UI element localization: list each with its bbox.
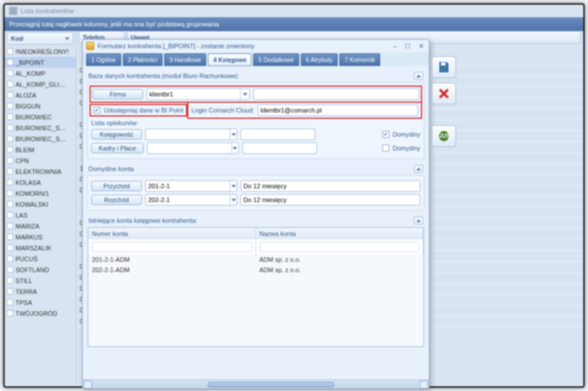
collapse-toggle-icon[interactable] bbox=[414, 216, 423, 224]
table-row[interactable]: KOWALSKI bbox=[5, 199, 76, 210]
firma-combo[interactable] bbox=[146, 88, 250, 100]
row-checkbox[interactable] bbox=[7, 201, 13, 207]
grid-filter-numer[interactable] bbox=[92, 242, 252, 252]
firma-button[interactable]: Firma bbox=[92, 89, 143, 99]
cancel-button[interactable] bbox=[432, 83, 456, 104]
table-row[interactable]: !NIEOKREŚLONY! bbox=[5, 46, 76, 57]
kadry-input[interactable] bbox=[148, 143, 231, 153]
close-button[interactable]: ✕ bbox=[417, 42, 425, 50]
row-checkbox[interactable] bbox=[7, 103, 13, 109]
tab-4-księgowe[interactable]: 4 Księgowe bbox=[208, 53, 252, 66]
rozchod-desc[interactable] bbox=[241, 194, 420, 206]
tab-7-komornik[interactable]: 7 Komornik bbox=[339, 53, 380, 66]
table-row[interactable]: KOMORN/1 bbox=[5, 188, 76, 199]
firma-extra-input[interactable] bbox=[253, 88, 419, 100]
scroll-thumb[interactable] bbox=[208, 382, 334, 388]
rozchod-button[interactable]: Rozchód bbox=[91, 195, 142, 205]
kadry-extra-input[interactable] bbox=[242, 142, 317, 154]
firma-input[interactable] bbox=[147, 89, 240, 99]
table-row[interactable]: MARKUS bbox=[5, 231, 76, 242]
row-checkbox[interactable] bbox=[7, 310, 13, 316]
bipoint-checkbox[interactable] bbox=[94, 107, 100, 114]
horizontal-scrollbar[interactable] bbox=[83, 380, 429, 389]
ksiegowosc-button[interactable]: Księgowość bbox=[91, 129, 142, 140]
table-row[interactable]: PUCUŚ bbox=[5, 253, 76, 264]
grid-col-numer[interactable]: Numer konta bbox=[88, 228, 256, 239]
grid-filter-nazwa[interactable] bbox=[260, 242, 420, 252]
table-row[interactable]: KOLASA bbox=[5, 177, 76, 188]
table-row[interactable]: TWÓJOGRÓD bbox=[5, 308, 76, 319]
row-checkbox[interactable] bbox=[7, 190, 13, 196]
row-checkbox[interactable] bbox=[7, 146, 13, 153]
row-checkbox[interactable] bbox=[7, 277, 13, 284]
row-checkbox[interactable] bbox=[7, 168, 13, 175]
domyslny1-checkbox[interactable] bbox=[382, 131, 389, 138]
collapse-toggle-icon[interactable] bbox=[414, 72, 423, 80]
row-checkbox[interactable] bbox=[7, 266, 13, 273]
minimize-button[interactable]: – bbox=[392, 42, 399, 50]
row-checkbox[interactable] bbox=[7, 125, 13, 131]
row-checkbox[interactable] bbox=[7, 179, 13, 185]
table-row[interactable]: ELEKTROWNIA bbox=[5, 166, 76, 177]
collapse-toggle-icon[interactable] bbox=[414, 165, 423, 173]
gus-button[interactable]: GUS bbox=[432, 125, 456, 147]
tab-5-dodatkowe[interactable]: 5 Dodatkowe bbox=[253, 53, 299, 66]
row-checkbox[interactable] bbox=[7, 223, 13, 229]
row-checkbox[interactable] bbox=[7, 234, 13, 240]
table-row[interactable]: LAS bbox=[5, 210, 76, 220]
table-row[interactable]: BIGGUN bbox=[5, 100, 76, 111]
row-checkbox[interactable] bbox=[7, 81, 13, 87]
save-button[interactable] bbox=[432, 56, 456, 78]
col-header-kod[interactable]: Kod bbox=[7, 32, 74, 45]
row-checkbox[interactable] bbox=[7, 114, 13, 120]
row-checkbox[interactable] bbox=[7, 255, 13, 262]
tab-6-atrybuty[interactable]: 6 Atrybuty bbox=[301, 53, 338, 66]
table-row[interactable]: MARSZALIK bbox=[5, 242, 76, 253]
rozchod-input[interactable] bbox=[146, 195, 230, 205]
table-row[interactable]: MARIZA bbox=[5, 220, 76, 231]
table-row[interactable]: CPN bbox=[5, 155, 76, 166]
row-checkbox[interactable] bbox=[7, 92, 13, 98]
grid-col-nazwa[interactable]: Nazwa konta bbox=[256, 228, 424, 239]
table-row[interactable]: BLEIM bbox=[5, 144, 76, 155]
domyslny2-checkbox[interactable] bbox=[382, 145, 389, 152]
row-checkbox[interactable] bbox=[7, 299, 13, 305]
table-row[interactable]: BIUROWIEC_S… bbox=[5, 122, 76, 133]
tab-1-ogólne[interactable]: 1 Ogólne bbox=[86, 53, 121, 66]
table-row[interactable]: STILL bbox=[5, 275, 76, 286]
row-checkbox[interactable] bbox=[7, 70, 13, 76]
table-row[interactable]: BIUROWIEC_S… bbox=[5, 133, 76, 144]
przychod-desc[interactable] bbox=[241, 180, 420, 192]
scroll-left-icon[interactable] bbox=[84, 381, 92, 389]
table-row[interactable]: TERRA bbox=[5, 286, 76, 297]
ksiegowosc-extra-input[interactable] bbox=[241, 129, 315, 140]
maximize-button[interactable]: ☐ bbox=[403, 42, 412, 50]
row-checkbox[interactable] bbox=[7, 48, 13, 55]
table-row[interactable]: ALOZA bbox=[5, 90, 76, 100]
row-checkbox[interactable] bbox=[7, 288, 13, 295]
przychod-combo[interactable] bbox=[145, 180, 237, 192]
grid-row[interactable]: 201-2-1-ADMADM sp. z o.o. bbox=[88, 254, 423, 265]
row-checkbox[interactable] bbox=[7, 136, 13, 142]
rozchod-combo[interactable] bbox=[145, 194, 237, 206]
tab-3-handlowe[interactable]: 3 Handlowe bbox=[164, 53, 206, 66]
row-checkbox[interactable] bbox=[7, 59, 13, 65]
grid-row[interactable]: 202-2-1-ADMADM sp. z o.o. bbox=[88, 265, 423, 275]
login-cloud-input[interactable] bbox=[258, 104, 418, 116]
przychod-input[interactable] bbox=[146, 181, 230, 191]
kadry-combo[interactable] bbox=[147, 142, 239, 154]
table-row[interactable]: AL_KOMP_GLI… bbox=[5, 79, 76, 90]
table-row[interactable]: _BIPOINT bbox=[5, 57, 76, 68]
row-checkbox[interactable] bbox=[7, 212, 13, 218]
table-row[interactable]: BIUROWIEC bbox=[5, 111, 76, 122]
row-checkbox[interactable] bbox=[7, 157, 13, 164]
scroll-right-icon[interactable] bbox=[420, 381, 428, 389]
tab-2-płatności[interactable]: 2 Płatności bbox=[123, 53, 163, 66]
ksiegowosc-input[interactable] bbox=[146, 129, 230, 140]
ksiegowosc-combo[interactable] bbox=[145, 129, 237, 140]
table-row[interactable]: TPSA bbox=[5, 297, 76, 308]
table-row[interactable]: SOFTLAND bbox=[5, 264, 76, 275]
row-checkbox[interactable] bbox=[7, 245, 13, 251]
table-row[interactable]: AL_KOMP bbox=[5, 68, 76, 79]
kadry-button[interactable]: Kadry i Płace bbox=[91, 143, 144, 153]
